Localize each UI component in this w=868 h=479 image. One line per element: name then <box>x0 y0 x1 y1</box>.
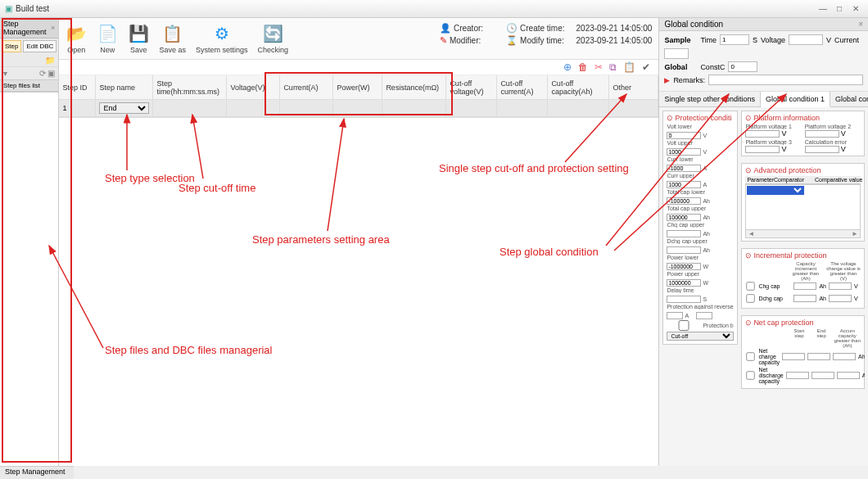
creator-label: Creator: <box>454 24 483 33</box>
modify-value: 2023-09-21 14:05:00 <box>576 36 653 45</box>
plat-v3-input[interactable] <box>745 146 780 153</box>
netdchg-end-input[interactable] <box>811 372 834 379</box>
row1-cutcap[interactable] <box>548 100 609 117</box>
board-check[interactable] <box>667 320 701 331</box>
delay-input[interactable] <box>667 296 701 303</box>
netdchg-start-input[interactable] <box>786 372 809 379</box>
col-voltage: Voltage(V) <box>227 75 280 100</box>
pencil-icon: ✎ <box>440 35 447 46</box>
cut-icon[interactable]: ✂ <box>594 61 603 73</box>
scroll-right-icon[interactable]: ► <box>852 230 858 237</box>
step-type-select[interactable]: End <box>99 102 149 114</box>
add-row-icon[interactable]: ⊕ <box>563 61 572 73</box>
row1-current[interactable] <box>280 100 333 117</box>
netchg-cap-input[interactable] <box>833 353 856 360</box>
row1-other[interactable] <box>609 100 658 117</box>
flag-icon: ▶ <box>664 76 670 84</box>
curr-lower-input[interactable] <box>667 165 701 172</box>
row1-power[interactable] <box>333 100 382 117</box>
plat-v2-input[interactable] <box>805 130 839 138</box>
chg-cap-input[interactable] <box>667 230 701 237</box>
reverse-input[interactable] <box>667 312 683 319</box>
pwr-upper-input[interactable] <box>667 279 701 287</box>
volt-upper-input[interactable] <box>667 148 701 156</box>
row1-cutcurr[interactable] <box>497 100 548 117</box>
maximize-icon[interactable]: □ <box>832 4 847 13</box>
col-id: Step ID <box>59 75 96 100</box>
tab-edit-dbc[interactable]: Edit DBC <box>23 40 57 52</box>
new-button[interactable]: 📄New <box>97 23 118 54</box>
collapse-icon[interactable]: × <box>51 24 55 32</box>
netchg-start-input[interactable] <box>782 353 805 360</box>
steps-table: Step ID Step name Step time(hh:mm:ss.ms)… <box>59 75 658 118</box>
clock-icon: 🕓 <box>506 23 518 34</box>
cap-upper-input[interactable] <box>667 214 701 221</box>
row1-name[interactable]: End <box>96 100 153 117</box>
folder-add-icon[interactable]: 📁 <box>45 56 55 65</box>
netdchg-check[interactable] <box>747 371 755 379</box>
netchg-end-input[interactable] <box>807 353 830 360</box>
cap-lower-input[interactable] <box>667 197 701 205</box>
tab-step[interactable]: Step <box>2 40 21 52</box>
left-panel: Step Management × Step Edit DBC 📁 ▾ ⟳ ▣ … <box>0 18 59 466</box>
person-icon: 👤 <box>440 23 451 34</box>
protection-title: Protection conditi <box>675 114 731 122</box>
save-small-icon[interactable]: ▣ <box>47 69 55 78</box>
remarks-input[interactable] <box>708 75 863 85</box>
constc-label: ConstC <box>700 63 725 71</box>
col-cutcap: Cut-off capacity(Ah) <box>548 75 609 100</box>
circle-icon: ⊙ <box>745 251 752 260</box>
row1-res[interactable] <box>382 100 446 117</box>
row1-id[interactable]: 1 <box>59 100 96 117</box>
col-res: Resistance(mΩ) <box>382 75 446 100</box>
saveas-button[interactable]: 📋Save as <box>159 23 186 54</box>
tab-single-step[interactable]: Single step other conditions <box>659 92 761 106</box>
step-files-title: Step files list <box>0 79 58 92</box>
constc-input[interactable] <box>728 61 757 72</box>
minimize-icon[interactable]: — <box>816 4 830 13</box>
netdchg-cap-input[interactable] <box>837 372 860 379</box>
copy-icon[interactable]: ⧉ <box>609 61 617 73</box>
paste-icon[interactable]: 📋 <box>623 61 635 73</box>
dchg-cap-input[interactable] <box>667 246 701 254</box>
refresh-icon[interactable]: ⟳ <box>39 69 46 78</box>
tree-icon[interactable]: ▾ <box>3 69 7 78</box>
scroll-left-icon[interactable]: ◄ <box>748 230 754 237</box>
dchg-ah-input[interactable] <box>793 295 816 302</box>
netchg-check[interactable] <box>747 352 755 360</box>
dchg-check[interactable] <box>747 294 755 302</box>
row1-time[interactable] <box>153 100 227 117</box>
titlebar: ▣ Build test — □ ✕ <box>0 0 868 18</box>
chg-ah-input[interactable] <box>793 282 816 290</box>
pwr-lower-input[interactable] <box>667 263 701 270</box>
sample-time-input[interactable] <box>720 34 749 45</box>
settings-button[interactable]: ⚙System settings <box>196 23 248 54</box>
tab-global-2[interactable]: Global condition 2 <box>830 92 868 106</box>
sample-volt-input[interactable] <box>789 34 823 45</box>
save-button[interactable]: 💾Save <box>128 23 149 54</box>
tab-global-1[interactable]: Global condition 1 <box>761 92 830 107</box>
pin-icon[interactable]: × <box>858 20 863 29</box>
chg-check[interactable] <box>747 282 755 290</box>
global-label: Global <box>664 63 697 71</box>
checking-button[interactable]: 🔄Checking <box>257 23 288 54</box>
volt-lower-input[interactable] <box>667 132 701 139</box>
voltage-label: Voltage <box>761 36 785 44</box>
cutoff-select[interactable]: Cut-off <box>667 332 734 341</box>
delete-row-icon[interactable]: 🗑 <box>578 61 588 73</box>
param-select[interactable] <box>747 186 804 195</box>
close-icon[interactable]: ✕ <box>848 4 863 13</box>
row1-voltage[interactable] <box>227 100 280 117</box>
step-files-list[interactable] <box>0 92 58 466</box>
col-time: Step time(hh:mm:ss.ms) <box>153 75 227 100</box>
chg-v-input[interactable] <box>829 282 852 290</box>
open-button[interactable]: 📂Open <box>66 23 87 54</box>
calc-err-input[interactable] <box>805 146 839 153</box>
dchg-v-input[interactable] <box>829 295 852 302</box>
row1-cutvolt[interactable] <box>446 100 497 117</box>
plat-v1-input[interactable] <box>745 130 780 138</box>
curr-upper-input[interactable] <box>667 181 701 188</box>
check-icon[interactable]: ✔ <box>642 61 650 73</box>
advanced-grid[interactable] <box>745 184 861 230</box>
sample-curr-input[interactable] <box>664 48 689 59</box>
